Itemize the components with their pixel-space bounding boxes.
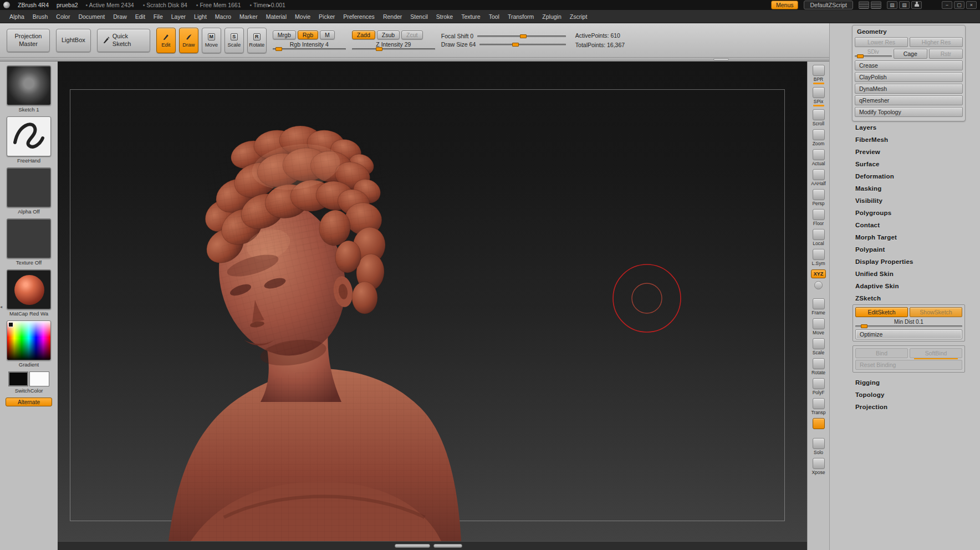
reset-binding-button[interactable]: Reset Binding (855, 360, 962, 370)
palette-section[interactable]: Unified Skin (852, 268, 966, 280)
mrgb-button[interactable]: Mrgb (273, 30, 296, 39)
close-icon[interactable]: × (966, 1, 977, 9)
edit-sketch-button[interactable]: EditSketch (855, 307, 908, 317)
toolbar-item[interactable]: Transp (808, 396, 829, 416)
matcap-sphere-icon[interactable] (7, 269, 51, 309)
menu-item[interactable]: Draw (111, 12, 129, 21)
document-page-icon[interactable]: ▤ (899, 1, 910, 9)
geometry-button[interactable]: ClayPolish (855, 72, 963, 82)
palette-section[interactable]: Surface (852, 158, 966, 170)
show-sketch-button[interactable]: ShowSketch (910, 307, 962, 317)
menu-item[interactable]: Brush (31, 12, 49, 21)
stroke-selector[interactable]: FreeHand (6, 116, 52, 164)
scale-mode-button[interactable]: S Scale (224, 28, 244, 53)
document-copy-icon[interactable]: ▤ (887, 1, 897, 9)
toolbar-item[interactable]: L.Sym (808, 247, 829, 267)
slider-handle[interactable] (861, 324, 867, 328)
color-picker[interactable]: Gradient (6, 320, 52, 368)
alpha-thumbnail[interactable] (7, 167, 51, 207)
menu-item[interactable]: Render (381, 12, 404, 21)
toolbar-item[interactable]: Frame (808, 297, 829, 317)
menu-item[interactable]: Color (54, 12, 72, 21)
zcut-button[interactable]: Zcut (401, 30, 422, 39)
rgb-button[interactable]: Rgb (298, 30, 318, 39)
color-picker-square[interactable] (7, 320, 51, 360)
menu-item[interactable]: Material (264, 12, 288, 21)
menu-item[interactable]: Zplugin (540, 12, 563, 21)
geometry-button[interactable]: Crease (855, 60, 963, 70)
horizontal-scrollbar[interactable] (433, 544, 462, 548)
slider-handle[interactable] (376, 47, 382, 51)
palette-section[interactable]: Layers (852, 121, 966, 134)
min-dist-slider[interactable]: Min Dist 0.1 (855, 319, 962, 327)
palette-section[interactable]: Preview (852, 146, 966, 158)
menu-item[interactable]: Zscript (568, 12, 589, 21)
toolbar-item[interactable]: Xpose (808, 456, 829, 476)
menu-item[interactable]: Light (192, 12, 208, 21)
focal-shift-slider[interactable]: Focal Shift 0 (441, 33, 566, 39)
toolbar-item[interactable]: Floor (808, 207, 829, 227)
toolbar-item[interactable]: Move (808, 317, 829, 337)
restore-icon[interactable]: ▢ (954, 1, 964, 9)
menu-item[interactable]: Layer (170, 12, 187, 21)
texture-thumbnail[interactable] (7, 218, 51, 258)
material-selector[interactable]: MatCap Red Wa (6, 269, 52, 317)
palette-section[interactable]: Contact (852, 219, 966, 231)
palette-section[interactable]: Polygroups (852, 207, 966, 219)
palette-section[interactable]: FiberMesh (852, 134, 966, 146)
move-mode-button[interactable]: M Move (202, 28, 221, 53)
panel-bars-icon[interactable] (859, 1, 869, 9)
zadd-button[interactable]: Zadd (352, 30, 375, 39)
palette-section[interactable]: Rigging (852, 376, 966, 389)
palette-section[interactable]: Masking (852, 182, 966, 195)
menu-item[interactable]: File (152, 12, 165, 21)
higher-res-button[interactable]: Higher Res (910, 37, 963, 47)
toolbar-item[interactable]: Scroll (808, 108, 829, 128)
toolbar-item[interactable] (808, 279, 829, 297)
rstr-button[interactable]: Rstr (929, 49, 963, 59)
menu-item[interactable]: Texture (460, 12, 482, 21)
menu-item[interactable]: Document (76, 12, 106, 21)
menu-item[interactable]: Macro (213, 12, 233, 21)
z-intensity-slider[interactable]: Z Intensity 29 (352, 41, 435, 50)
toolbar-item[interactable]: Solo (808, 436, 829, 456)
toolbar-item[interactable]: AAHalf (808, 167, 829, 187)
default-zscript-button[interactable]: DefaultZScript (804, 1, 853, 9)
toolbar-item[interactable]: SPix (808, 85, 829, 108)
canvas[interactable] (58, 62, 807, 541)
menu-item[interactable]: Edit (134, 12, 147, 21)
menu-item[interactable]: Movie (293, 12, 312, 21)
stroke-preview-item[interactable]: Sketch 1 (6, 65, 52, 113)
menu-item[interactable]: Transform (506, 12, 535, 21)
switch-color[interactable]: SwitchColor (6, 371, 52, 394)
divider-handle[interactable] (713, 58, 729, 60)
tray-collapse-arrow[interactable]: ◂ (0, 301, 4, 313)
sculpt-model[interactable] (58, 62, 807, 541)
palette-section[interactable]: Topology (852, 389, 966, 401)
sketch-thumbnail[interactable] (7, 65, 51, 105)
palette-section[interactable]: Display Properties (852, 256, 966, 268)
alternate-button[interactable]: Alternate (6, 398, 52, 406)
toolbar-item[interactable]: Scale (808, 337, 829, 357)
toolbar-item[interactable]: Actual (808, 147, 829, 167)
alpha-selector[interactable]: Alpha Off (6, 167, 52, 215)
horizontal-scrollbar[interactable] (395, 544, 430, 548)
slider-handle[interactable] (520, 34, 527, 38)
palette-section[interactable]: Projection (852, 401, 966, 413)
toolbar-item[interactable]: Zoom (808, 128, 829, 147)
cage-button[interactable]: Cage (894, 49, 927, 59)
quick-sketch-button[interactable]: Quick Sketch (97, 29, 150, 52)
m-button[interactable]: M (320, 30, 335, 39)
toolbar-item[interactable]: XYZ (808, 267, 829, 279)
secondary-color-swatch[interactable] (29, 371, 49, 386)
panel-bars-icon[interactable] (871, 1, 881, 9)
sdiv-slider[interactable]: SDiv (855, 49, 892, 59)
menu-item[interactable]: Marker (238, 12, 259, 21)
toolbar-item[interactable]: BPR (808, 63, 829, 85)
texture-selector[interactable]: Texture Off (6, 218, 52, 266)
geometry-section[interactable]: Geometry (855, 27, 963, 37)
palette-section[interactable]: Adaptive Skin (852, 280, 966, 292)
slider-handle[interactable] (857, 54, 864, 58)
draw-size-slider[interactable]: Draw Size 64 (441, 41, 566, 48)
zsub-button[interactable]: Zsub (377, 30, 400, 39)
